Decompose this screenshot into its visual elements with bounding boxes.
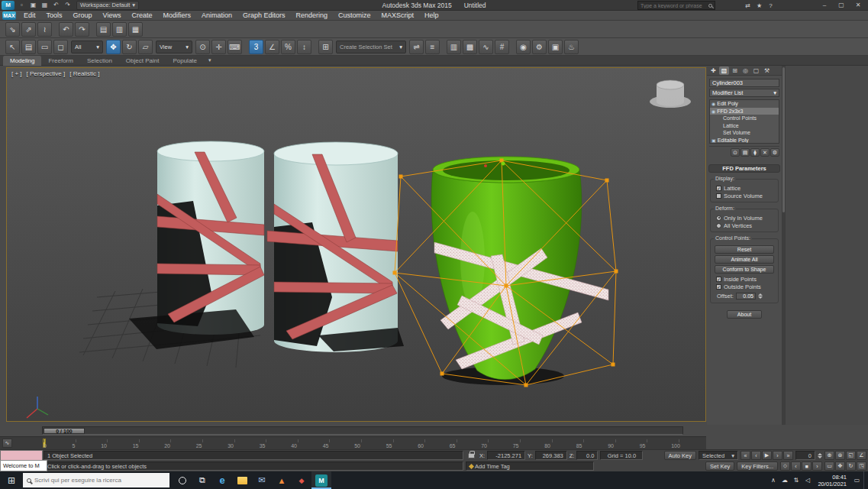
file-explorer-icon[interactable] <box>232 471 252 489</box>
create-panel-tab[interactable]: ✚ <box>708 66 718 75</box>
viewport-perspective[interactable]: [ + ] [ Perspective ] [ Realistic ] <box>6 67 706 422</box>
undo-icon[interactable]: ↶ <box>50 1 62 10</box>
restore-button[interactable]: ▢ <box>833 0 850 10</box>
sep4[interactable] <box>313 40 317 54</box>
snaps-toggle-icon[interactable]: 3 <box>249 40 263 54</box>
utilities-panel-tab[interactable]: ⚒ <box>762 66 772 75</box>
graphite-ribbon-icon[interactable]: ▩ <box>463 40 477 54</box>
onedrive-icon[interactable]: ☁ <box>779 471 790 489</box>
outside-points-checkbox[interactable]: ✓ Outside Points <box>712 283 776 290</box>
taskbar-search-input[interactable] <box>34 477 166 484</box>
align-icon[interactable]: ≡ <box>425 40 440 54</box>
pin-stack-icon[interactable]: ⊙ <box>731 148 740 157</box>
tab-modeling[interactable]: Modeling <box>3 56 41 66</box>
task-view-button[interactable]: ⧉ <box>192 471 212 489</box>
mirror-icon[interactable]: ⇌ <box>409 40 424 54</box>
animate-all-button[interactable]: Animate All <box>715 255 774 264</box>
selection-lock-icon[interactable] <box>468 453 475 458</box>
rendered-frame-window-icon[interactable]: ▣ <box>548 40 563 54</box>
volume-icon[interactable]: ◁ <box>802 471 813 489</box>
select-and-scale-icon[interactable]: ▱ <box>138 40 153 54</box>
mini-curve-editor-icon[interactable]: ∿ <box>2 439 12 448</box>
layer-explorer-icon[interactable]: ▥ <box>112 22 127 37</box>
stack-item-lattice[interactable]: Lattice <box>710 122 779 130</box>
all-vertices-radio[interactable]: All Vertices <box>712 222 776 229</box>
menu-rendering[interactable]: Rendering <box>291 11 334 21</box>
maximize-viewport-toggle-icon[interactable]: ◳ <box>857 461 866 471</box>
menu-customize[interactable]: Customize <box>333 11 376 21</box>
stack-item-set-volume[interactable]: Set Volume <box>710 129 779 137</box>
sep3[interactable] <box>244 40 247 54</box>
select-and-link-icon[interactable]: ⇘ <box>5 22 20 37</box>
macro-recorder-strip[interactable] <box>0 450 43 461</box>
menu-edit[interactable]: Edit <box>18 11 41 21</box>
menu-animation[interactable]: Animation <box>196 11 237 21</box>
modifier-visibility-icon[interactable]: ◉ <box>712 108 715 114</box>
show-end-result-icon[interactable]: ▤ <box>741 148 750 157</box>
hierarchy-panel-tab[interactable]: ⊞ <box>730 66 740 75</box>
play-animation-icon[interactable]: ▶ <box>762 451 772 460</box>
tab-populate[interactable]: Populate <box>166 56 204 66</box>
remove-modifier-icon[interactable]: ✕ <box>760 148 770 157</box>
sep6[interactable] <box>511 40 515 54</box>
start-button[interactable]: ⊞ <box>0 471 23 489</box>
spinner-arrows-icon[interactable] <box>758 293 763 299</box>
frame-ruler[interactable]: 0510152025303540455055606570758085909510… <box>44 438 680 449</box>
modifier-visibility-icon[interactable]: ◉ <box>712 101 715 106</box>
close-button[interactable]: ✕ <box>850 0 866 10</box>
stack-item-edit-poly[interactable]: ◉ Edit Poly <box>710 100 779 108</box>
next-frame-icon[interactable]: › <box>773 451 782 460</box>
key-filters-button[interactable]: Key Filters... <box>737 461 778 471</box>
configure-modifier-sets-icon[interactable]: ⚙ <box>770 148 779 157</box>
zoom-extents-icon[interactable]: ◱ <box>846 451 856 460</box>
app-red-icon[interactable]: ◆ <box>292 471 311 489</box>
workspace-dropdown[interactable]: Workspace: Default ▾ <box>76 1 139 10</box>
communication-center-icon[interactable]: ⇄ <box>742 1 753 10</box>
edit-named-selection-sets-icon[interactable]: ⊞ <box>318 40 333 54</box>
modify-panel-tab[interactable]: ▧ <box>719 66 729 75</box>
add-time-tag[interactable]: Add Time Tag <box>466 461 594 471</box>
window-crossing-icon[interactable]: ◻ <box>53 40 68 54</box>
redo-icon[interactable]: ↷ <box>62 1 73 10</box>
render-production-icon[interactable]: ♨ <box>564 40 579 54</box>
hidden-icons-chevron[interactable]: ∧ <box>767 471 779 489</box>
sep1[interactable] <box>53 22 57 37</box>
reference-coordinate-dropdown[interactable]: View ▾ <box>156 40 192 53</box>
x-coordinate-field[interactable]: -2125.271 <box>487 451 525 460</box>
minimize-button[interactable]: – <box>816 0 833 10</box>
z-coordinate-field[interactable]: 0.0 <box>576 451 598 460</box>
save-file-icon[interactable]: ▦ <box>39 1 50 10</box>
stack-item-control-points[interactable]: Control Points <box>710 115 779 122</box>
ribbon-toggle-icon[interactable]: ▦ <box>128 22 143 37</box>
unlink-selection-icon[interactable]: ⇗ <box>21 22 36 37</box>
display-panel-tab[interactable]: ▢ <box>751 66 761 75</box>
only-in-volume-radio[interactable]: Only In Volume <box>712 214 776 222</box>
stack-item-editable-poly[interactable]: ▣ Editable Poly <box>710 137 779 144</box>
zoom-icon[interactable]: ⊕ <box>824 451 834 460</box>
viewport-canvas[interactable] <box>7 68 705 421</box>
stack-item-ffd-2x3x3[interactable]: ◉ FFD 2x3x3 <box>710 108 779 115</box>
percent-snap-icon[interactable]: % <box>281 40 295 54</box>
menu-views[interactable]: Views <box>98 11 127 21</box>
make-unique-icon[interactable]: ⧫ <box>750 148 760 157</box>
auto-key-button[interactable]: Auto Key <box>664 451 696 460</box>
taskbar-clock[interactable]: 08:41 20/01/2021 <box>814 474 850 487</box>
menu-create[interactable]: Create <box>126 11 157 21</box>
inside-points-checkbox[interactable]: ✓ Inside Points <box>712 275 776 283</box>
previous-key-icon[interactable]: ‹ <box>791 461 801 471</box>
favorites-icon[interactable]: ★ <box>753 1 765 10</box>
frame-spinner-icon[interactable] <box>818 453 822 458</box>
network-icon[interactable]: ⇅ <box>790 471 802 489</box>
viewport-menu-shading[interactable]: [ Realistic ] <box>69 70 99 77</box>
keyboard-shortcut-toggle-icon[interactable]: ⌨ <box>227 40 242 54</box>
gizmo-point[interactable] <box>484 164 487 167</box>
stop-animation-icon[interactable]: ■ <box>802 461 812 471</box>
lattice-checkbox[interactable]: ✓ Lattice <box>712 184 776 192</box>
viewport-menu-pov[interactable]: [ Perspective ] <box>27 70 66 77</box>
infocenter-search-input[interactable] <box>641 3 706 8</box>
about-button[interactable]: About <box>727 310 762 319</box>
action-center-icon[interactable]: ▭ <box>851 471 863 489</box>
object-name-field[interactable]: Cylinder003 <box>709 79 779 87</box>
layer-manager-icon[interactable]: ▥ <box>447 40 461 54</box>
curve-editor-icon[interactable]: ∿ <box>479 40 493 54</box>
